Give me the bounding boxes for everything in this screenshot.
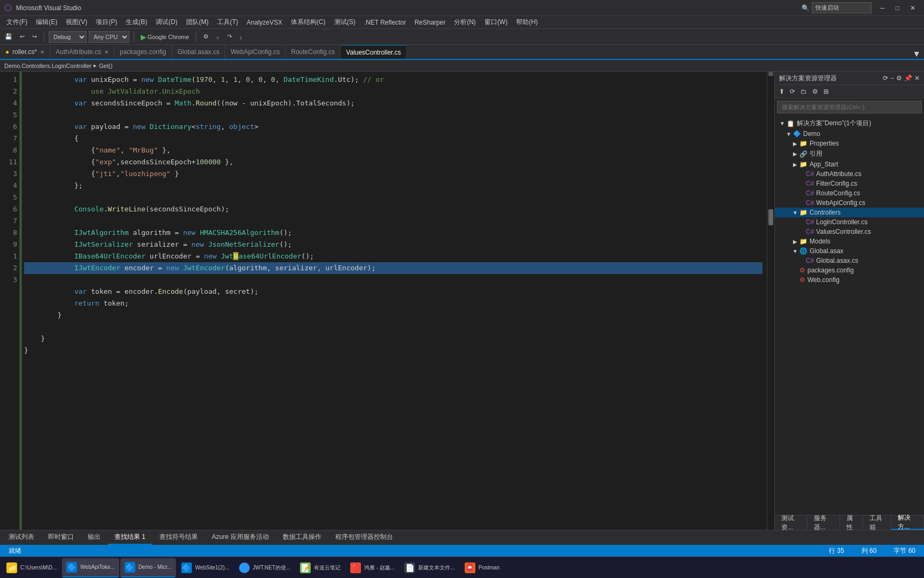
bottom-tab-find1[interactable]: 查找结果 1 bbox=[108, 530, 152, 545]
tab-valuescontroller[interactable]: ValuesController.cs bbox=[341, 45, 407, 59]
bottom-tabs: 测试列表 即时窗口 输出 查找结果 1 查找符号结果 Azure 应用服务活动 … bbox=[0, 530, 924, 545]
toolbar-step-over[interactable]: ↷ bbox=[225, 32, 235, 42]
taskbar-jwt-chrome[interactable]: 🌐 JWT.NET的使... bbox=[235, 558, 295, 577]
taskbar-hongyan[interactable]: 🔴 鸿雁 - 赵鑫... bbox=[346, 558, 399, 577]
toolbar-redo[interactable]: ↪ bbox=[29, 32, 40, 42]
breadcrumb-method[interactable]: Get() bbox=[99, 63, 112, 69]
solution-search-input[interactable] bbox=[777, 101, 922, 113]
tab-controller-cs-close[interactable]: ✕ bbox=[40, 49, 44, 55]
menu-tools[interactable]: 工具(T) bbox=[213, 17, 242, 28]
sol-toolbar-sync[interactable]: ⟳ bbox=[883, 74, 888, 82]
tree-references[interactable]: ▶ 🔗 引用 bbox=[775, 148, 924, 159]
debug-mode-select[interactable]: Debug Release bbox=[49, 31, 87, 43]
breadcrumb-ns[interactable]: Demo.Controllers.LoginController bbox=[4, 63, 91, 69]
tree-global-asax-cs[interactable]: C# Global.asax.cs bbox=[775, 256, 924, 265]
menu-build[interactable]: 生成(B) bbox=[121, 17, 151, 28]
menu-team[interactable]: 团队(M) bbox=[182, 17, 213, 28]
menu-analyzeVSX[interactable]: AnalyzeVSX bbox=[242, 18, 287, 27]
toolbar-save-all[interactable]: 💾 bbox=[2, 32, 15, 42]
sol-toolbar-close[interactable]: ✕ bbox=[914, 74, 920, 82]
tree-global-asax[interactable]: ▼ 🌐 Global.asax bbox=[775, 246, 924, 256]
sol-btn-5[interactable]: ⊞ bbox=[821, 87, 831, 96]
tree-web-config[interactable]: ⚙ Web.config bbox=[775, 275, 924, 285]
tree-authattribute[interactable]: C# AuthAttribute.cs bbox=[775, 169, 924, 179]
tree-project[interactable]: ▼ 🔷 Demo bbox=[775, 129, 924, 139]
menu-arch[interactable]: 体系结构(C) bbox=[287, 17, 330, 28]
sol-btab-props[interactable]: 属性 bbox=[840, 515, 864, 530]
sol-btab-toolbox[interactable]: 工具箱 bbox=[863, 515, 891, 530]
bottom-tab-testlist[interactable]: 测试列表 bbox=[2, 530, 41, 545]
menu-help[interactable]: 帮助(H) bbox=[512, 17, 542, 28]
search-icon[interactable]: 🔍 bbox=[802, 4, 810, 12]
bottom-tab-find-sym[interactable]: 查找符号结果 bbox=[153, 530, 204, 545]
tab-webapiconfig[interactable]: WebApiConfig.cs bbox=[225, 45, 286, 59]
sol-toolbar-collapse[interactable]: − bbox=[890, 74, 894, 82]
status-bar: 就绪 行 35 列 60 字节 60 bbox=[0, 545, 924, 557]
taskbar-website[interactable]: 🔷 WebSite1(2)... bbox=[177, 558, 234, 577]
taskbar-postman[interactable]: 📮 Postman bbox=[460, 558, 504, 577]
tab-packages[interactable]: packages.config bbox=[114, 45, 172, 59]
tree-app-start[interactable]: ▶ 📁 App_Start bbox=[775, 159, 924, 169]
sol-btab-test[interactable]: 测试资... bbox=[775, 515, 807, 530]
sol-btn-2[interactable]: ⟳ bbox=[788, 87, 797, 96]
menu-net-reflector[interactable]: .NET Reflector bbox=[360, 18, 410, 27]
menu-edit[interactable]: 编辑(E) bbox=[32, 17, 61, 28]
title-text: Microsoft Visual Studio bbox=[16, 4, 81, 12]
taskbar-notepad[interactable]: 📄 新建文本文件... bbox=[400, 558, 459, 577]
tree-routeconfig[interactable]: C# RouteConfig.cs bbox=[775, 188, 924, 198]
tree-packages-config[interactable]: ⚙ packages.config bbox=[775, 265, 924, 275]
tree-properties[interactable]: ▶ 📁 Properties bbox=[775, 139, 924, 148]
menu-resharper[interactable]: ReSharper bbox=[410, 18, 450, 27]
editor-scrollbar[interactable] bbox=[767, 72, 774, 530]
toolbar-more[interactable]: ⚙ bbox=[201, 32, 211, 42]
tab-authattribute-close[interactable]: ✕ bbox=[104, 49, 109, 55]
tab-authattribute[interactable]: AuthAttribute.cs ✕ bbox=[50, 45, 114, 59]
bottom-tab-nuget[interactable]: 程序包管理器控制台 bbox=[329, 530, 399, 545]
tree-logincontroller[interactable]: C# LoginController.cs bbox=[775, 217, 924, 227]
sol-btab-solution[interactable]: 解决方... bbox=[891, 515, 924, 530]
taskbar-youdao[interactable]: 📝 有道云笔记 bbox=[296, 558, 345, 577]
bottom-tab-immediate[interactable]: 即时窗口 bbox=[42, 530, 80, 545]
toolbar-step-into[interactable]: ↓ bbox=[237, 32, 245, 42]
bottom-tab-azure[interactable]: Azure 应用服务活动 bbox=[205, 530, 275, 545]
bottom-tab-data-tools[interactable]: 数据工具操作 bbox=[276, 530, 328, 545]
tab-routeconfig[interactable]: RouteConfig.cs bbox=[286, 45, 341, 59]
tree-solution-root[interactable]: ▼ 📋 解决方案"Demo"(1个项目) bbox=[775, 118, 924, 129]
menu-project[interactable]: 项目(P) bbox=[91, 17, 121, 28]
menu-view[interactable]: 视图(V) bbox=[61, 17, 91, 28]
taskbar-demo-vs[interactable]: 🔷 Demo - Micr... bbox=[120, 558, 176, 577]
title-search[interactable]: 快速启动 bbox=[812, 2, 872, 13]
tree-valuescontroller[interactable]: C# ValuesController.cs bbox=[775, 227, 924, 237]
code-line-6: { bbox=[24, 133, 763, 144]
run-button[interactable]: ▶ Google Chrome bbox=[138, 33, 191, 41]
taskbar-file-explorer[interactable]: 📁 C:\Users\M\D... bbox=[2, 558, 61, 577]
platform-select[interactable]: Any CPU bbox=[89, 31, 129, 43]
tree-models[interactable]: ▶ 📁 Models bbox=[775, 237, 924, 246]
menu-debug[interactable]: 调试(D) bbox=[151, 17, 182, 28]
maximize-button[interactable]: □ bbox=[891, 4, 904, 12]
sol-btab-server[interactable]: 服务器... bbox=[807, 515, 840, 530]
menu-window[interactable]: 窗口(W) bbox=[480, 17, 512, 28]
solution-toolbar-buttons: ⬆ ⟳ 🗀 ⚙ ⊞ bbox=[775, 85, 924, 98]
tab-global-asax[interactable]: Global.asax.cs bbox=[172, 45, 226, 59]
code-area[interactable]: var unixEpoch = new DateTime(1970, 1, 1,… bbox=[20, 72, 767, 530]
tree-filterconfig[interactable]: C# FilterConfig.cs bbox=[775, 179, 924, 188]
sol-btn-4[interactable]: ⚙ bbox=[810, 87, 820, 96]
taskbar-webapitoken[interactable]: 🔷 WebApiToke... bbox=[62, 558, 119, 577]
tree-webapiconfig[interactable]: C# WebApiConfig.cs bbox=[775, 198, 924, 208]
sol-btn-3[interactable]: 🗀 bbox=[798, 87, 809, 96]
toolbar-undo[interactable]: ↩ bbox=[17, 32, 27, 42]
minimize-button[interactable]: ─ bbox=[876, 4, 889, 12]
toolbar-breakpoints[interactable]: ⬦ bbox=[213, 32, 222, 42]
menu-file[interactable]: 文件(F) bbox=[2, 17, 32, 28]
tab-controller-cs[interactable]: ● roller.cs* ✕ bbox=[0, 45, 50, 59]
sol-btn-1[interactable]: ⬆ bbox=[777, 87, 787, 96]
tree-controllers[interactable]: ▼ 📁 Controllers bbox=[775, 208, 924, 217]
tab-dropdown-btn[interactable]: ▼ bbox=[909, 49, 924, 59]
menu-test[interactable]: 测试(S) bbox=[330, 17, 360, 28]
menu-analyze[interactable]: 分析(N) bbox=[450, 17, 480, 28]
close-button[interactable]: ✕ bbox=[906, 4, 920, 12]
bottom-tab-output[interactable]: 输出 bbox=[81, 530, 107, 545]
sol-toolbar-settings[interactable]: ⚙ bbox=[896, 74, 902, 82]
sol-toolbar-pin[interactable]: 📌 bbox=[904, 74, 912, 82]
